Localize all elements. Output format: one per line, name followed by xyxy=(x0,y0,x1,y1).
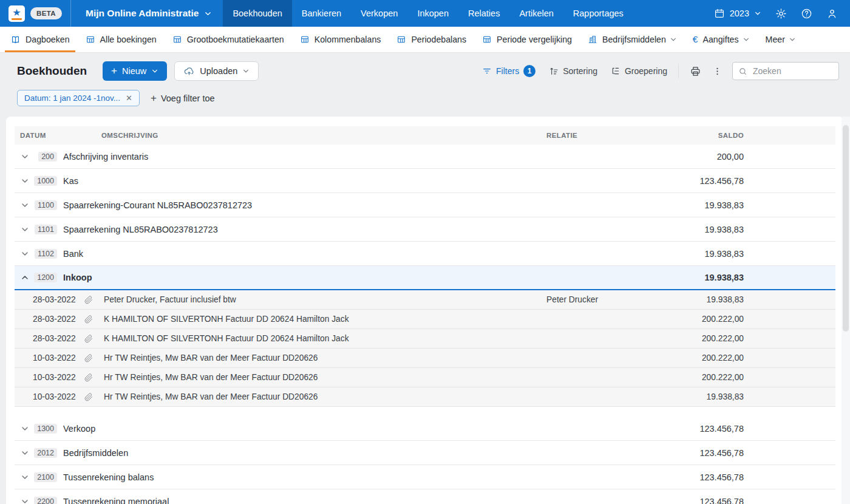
print-icon[interactable] xyxy=(690,66,701,77)
table-icon xyxy=(86,35,95,44)
tab-alle-boekingen[interactable]: Alle boekingen xyxy=(78,27,165,52)
nav-item-bankieren[interactable]: Bankieren xyxy=(292,0,351,27)
entry-row[interactable]: 10-03-2022Hr TW Reintjes, Mw BAR van der… xyxy=(15,368,835,387)
help-icon[interactable] xyxy=(801,8,812,19)
group-row[interactable]: 200Afschrijving inventaris200,00 xyxy=(15,145,835,169)
tab-dagboeken[interactable]: Dagboeken xyxy=(2,27,78,52)
paperclip-icon[interactable] xyxy=(84,315,104,324)
group-row[interactable]: 1200Inkoop19.938,83 xyxy=(15,266,835,290)
search-box[interactable] xyxy=(732,62,839,80)
chevron-down-icon[interactable] xyxy=(17,473,33,482)
group-row[interactable]: 1101Spaarrekening NL85RABO023781272319.9… xyxy=(15,217,835,242)
chevron-down-icon[interactable] xyxy=(17,449,33,457)
tab-aangiftes[interactable]: € Aangiftes xyxy=(685,27,758,52)
saldo-value: 123.456,78 xyxy=(634,176,744,186)
account-code-badge: 2200 xyxy=(34,497,57,504)
entry-row[interactable]: 28-03-2022Peter Drucker, Factuur inclusi… xyxy=(15,290,835,310)
nav-item-inkopen[interactable]: Inkopen xyxy=(407,0,458,27)
administration-switcher[interactable]: Mijn Online Administratie xyxy=(86,8,212,19)
chevron-down-icon[interactable] xyxy=(17,497,33,504)
account-name: Afschrijving inventaris xyxy=(62,152,546,162)
chevron-down-icon[interactable] xyxy=(17,225,33,234)
nav-item-boekhouden[interactable]: Boekhouden xyxy=(223,0,291,27)
saldo-value: 19.938,83 xyxy=(634,200,744,210)
group-spacer xyxy=(15,407,835,417)
toolbar: Boekhouden + Nieuw Uploaden Filters 1 So… xyxy=(0,53,850,81)
tab-periode-vergelijking[interactable]: Periode vergelijking xyxy=(474,27,580,52)
entry-description: Hr TW Reintjes, Mw BAR van der Meer Fact… xyxy=(104,373,546,382)
nav-item-relaties[interactable]: Relaties xyxy=(458,0,509,27)
group-button[interactable]: Groepering xyxy=(611,66,667,76)
tab-grootboekmutatiekaarten[interactable]: Grootboekmutatiekaarten xyxy=(165,27,292,52)
chevron-down-icon xyxy=(789,36,796,43)
column-header-relatie[interactable]: RELATIE xyxy=(546,132,634,139)
paperclip-icon[interactable] xyxy=(84,373,104,382)
upload-button[interactable]: Uploaden xyxy=(174,61,259,81)
group-row[interactable]: 1100Spaarrekening-Courant NL85RABO023781… xyxy=(15,193,835,217)
group-row[interactable]: 2012Bedrijfsmiddelen123.456,78 xyxy=(15,441,835,465)
search-input[interactable] xyxy=(752,66,833,77)
scrollbar-thumb[interactable] xyxy=(843,125,849,332)
group-row[interactable]: 1000Kas123.456,78 xyxy=(15,169,835,193)
nav-item-verkopen[interactable]: Verkopen xyxy=(351,0,407,27)
entry-row[interactable]: 10-03-2022Hr TW Reintjes, Mw BAR van der… xyxy=(15,387,835,407)
filters-button[interactable]: Filters 1 xyxy=(482,65,536,77)
paperclip-icon[interactable] xyxy=(84,296,104,304)
entry-row[interactable]: 28-03-2022K HAMILTON OF SILVERTONH Factu… xyxy=(15,329,835,349)
group-row[interactable]: 2200Tussenrekening memoriaal123.456,78 xyxy=(15,489,835,504)
entry-amount: 200.222,00 xyxy=(634,353,744,363)
entry-row[interactable]: 10-03-2022Hr TW Reintjes, Mw BAR van der… xyxy=(15,349,835,368)
entry-description: Hr TW Reintjes, Mw BAR van der Meer Fact… xyxy=(104,392,546,401)
chevron-up-icon[interactable] xyxy=(17,273,33,282)
tab-meer[interactable]: Meer xyxy=(758,27,804,52)
year-picker[interactable]: 2023 xyxy=(714,8,761,19)
page-title: Boekhouden xyxy=(17,64,87,78)
column-header-omschrijving[interactable]: OMSCHRIJVING xyxy=(101,132,546,139)
group-icon xyxy=(611,66,620,76)
group-row[interactable]: 2100Tussenrekening balans123.456,78 xyxy=(15,465,835,489)
topbar-divider xyxy=(70,0,71,27)
tab-label: Kolommenbalans xyxy=(314,35,381,44)
vertical-scrollbar[interactable] xyxy=(841,117,850,504)
settings-gear-icon[interactable] xyxy=(775,8,787,19)
nav-item-rapportages[interactable]: Rapportages xyxy=(563,0,633,27)
paperclip-icon[interactable] xyxy=(84,393,104,401)
date-filter-chip[interactable]: Datum: 1 jan 2024 -1nov... ✕ xyxy=(17,90,140,106)
account-code-badge: 1101 xyxy=(35,225,57,234)
saldo-value: 19.938,83 xyxy=(634,273,744,282)
column-header-datum[interactable]: DATUM xyxy=(20,132,101,139)
chevron-down-icon[interactable] xyxy=(17,250,33,258)
chevron-down-icon[interactable] xyxy=(17,201,33,209)
sort-label: Sortering xyxy=(563,66,597,76)
chevron-down-icon[interactable] xyxy=(17,424,33,433)
paperclip-icon[interactable] xyxy=(84,354,104,363)
entry-row[interactable]: 28-03-2022K HAMILTON OF SILVERTONH Factu… xyxy=(15,310,835,329)
add-filter-button[interactable]: + Voeg filter toe xyxy=(151,93,215,103)
account-name: Tussenrekening memoriaal xyxy=(62,497,546,504)
app-logo[interactable]: ★ xyxy=(8,5,25,22)
tab-kolommenbalans[interactable]: Kolommenbalans xyxy=(292,27,389,52)
user-icon[interactable] xyxy=(826,8,838,19)
group-row[interactable]: 1102Bank19.938,83 xyxy=(15,242,835,266)
account-name: Spaarrekening-Courant NL85RABO0237812723 xyxy=(62,200,546,210)
tab-periodebalans[interactable]: Periodebalans xyxy=(389,27,474,52)
nav-item-artikelen[interactable]: Artikelen xyxy=(509,0,563,27)
chevron-down-icon[interactable] xyxy=(17,152,33,161)
chevron-down-icon[interactable] xyxy=(17,177,33,185)
close-icon[interactable]: ✕ xyxy=(126,94,132,102)
group-row[interactable]: 1300Verkoop123.456,78 xyxy=(15,417,835,441)
topbar-actions: 2023 xyxy=(714,8,838,19)
new-button[interactable]: + Nieuw xyxy=(103,61,167,81)
entry-description: Hr TW Reintjes, Mw BAR van der Meer Fact… xyxy=(104,353,546,363)
paperclip-icon[interactable] xyxy=(84,335,104,343)
kebab-menu-icon[interactable] xyxy=(712,66,722,77)
sort-button[interactable]: Sortering xyxy=(549,66,597,76)
tab-bedrijfsmiddelen[interactable]: Bedrijfsmiddelen xyxy=(580,27,685,52)
saldo-value: 123.456,78 xyxy=(634,448,744,458)
account-code-badge: 1100 xyxy=(35,200,57,210)
chevron-down-icon xyxy=(242,67,250,75)
column-header-saldo[interactable]: SALDO xyxy=(634,132,744,139)
star-icon: ★ xyxy=(12,8,21,18)
saldo-value: 123.456,78 xyxy=(634,424,744,434)
entry-date: 28-03-2022 xyxy=(33,295,84,304)
